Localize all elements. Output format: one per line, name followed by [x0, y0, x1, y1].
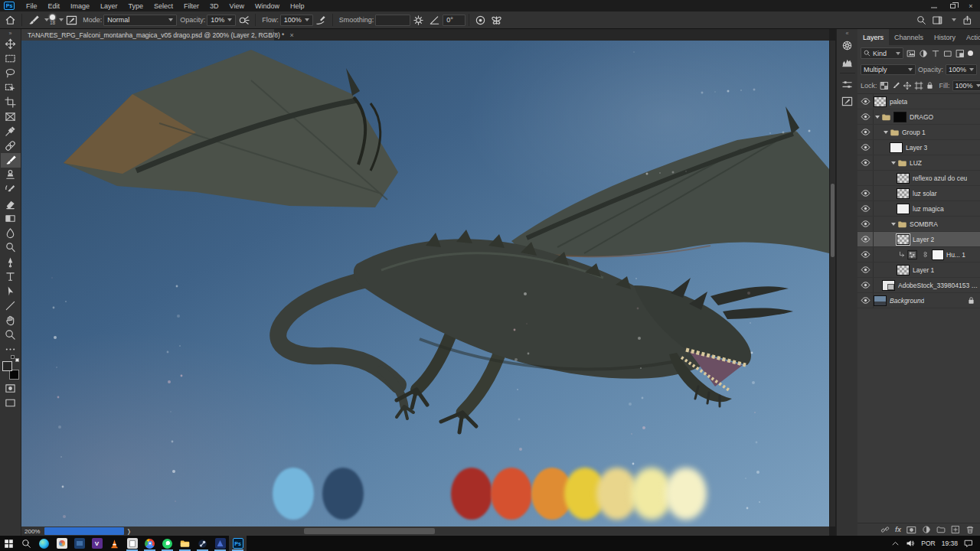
layer-name[interactable]: luz magica [913, 205, 944, 213]
volume-icon[interactable] [906, 539, 915, 548]
document-tab[interactable]: TANARES_RPG_Falconi_montanha_magica_v05 … [21, 29, 274, 41]
taskbar-photos[interactable] [53, 536, 70, 551]
filter-adjustment-layers-icon[interactable] [918, 49, 928, 58]
visibility-toggle[interactable] [858, 186, 874, 201]
visibility-toggle[interactable] [858, 125, 874, 139]
menu-help[interactable]: Help [285, 0, 310, 11]
expand-chevron-icon[interactable] [891, 223, 896, 226]
layer-filter-select[interactable]: Kind [861, 47, 903, 59]
brush-tip-picker[interactable]: 18 [50, 15, 55, 26]
link-layers-icon[interactable] [880, 525, 890, 534]
filter-type-layers-icon[interactable] [930, 49, 940, 58]
layer-name[interactable]: Group 1 [902, 129, 926, 136]
language-indicator[interactable]: POR [921, 540, 935, 547]
home-icon[interactable] [2, 11, 18, 28]
taskbar-documents-app[interactable] [123, 536, 141, 551]
minimize-button[interactable] [925, 0, 943, 11]
tool-hand[interactable] [1, 313, 21, 328]
tool-lasso[interactable] [1, 66, 21, 80]
layer-thumbnail[interactable] [893, 112, 906, 122]
menu-3d[interactable]: 3D [204, 0, 224, 11]
collapse-tools-icon[interactable]: » [9, 29, 12, 37]
layer-opacity-field[interactable]: 100% [946, 64, 977, 75]
panel-tab-actions[interactable]: Actions [961, 29, 980, 45]
menu-window[interactable]: Window [250, 0, 285, 11]
layer-name[interactable]: luz solar [913, 190, 937, 197]
color-panel-icon[interactable] [838, 37, 858, 54]
lock-pixels-icon[interactable] [891, 81, 900, 90]
visibility-toggle[interactable] [858, 155, 874, 170]
panel-tab-channels[interactable]: Channels [889, 29, 929, 45]
new-layer-icon[interactable] [951, 525, 960, 534]
expand-dock-icon[interactable]: « [846, 29, 849, 37]
layer-row-layer-1[interactable]: Layer 1 [858, 262, 980, 278]
add-mask-icon[interactable] [906, 525, 916, 535]
menu-image[interactable]: Image [65, 0, 95, 11]
layer-thumbnail[interactable] [897, 265, 910, 276]
filter-smart-objects-icon[interactable] [955, 49, 965, 58]
symmetry-icon[interactable] [488, 11, 505, 28]
taskbar-photoshop[interactable]: Ps [229, 536, 247, 551]
layer-row-luz-magica[interactable]: luz magica [858, 201, 980, 217]
taskbar-edge[interactable] [35, 536, 53, 551]
layer-mask-thumbnail[interactable] [932, 249, 944, 260]
search-icon[interactable] [916, 15, 926, 25]
layer-name[interactable]: Layer 2 [913, 236, 934, 243]
layer-name[interactable]: Background [890, 297, 924, 305]
tool-frame[interactable] [1, 109, 21, 124]
menu-layer[interactable]: Layer [95, 0, 123, 11]
taskbar-start[interactable] [0, 536, 18, 551]
expand-chevron-icon[interactable] [884, 131, 888, 134]
layer-row-group-1[interactable]: Group 1 [858, 125, 980, 140]
visibility-toggle[interactable] [858, 278, 874, 292]
taskbar-vlc[interactable] [106, 536, 123, 551]
tool-eraser[interactable] [1, 197, 21, 211]
close-tab-icon[interactable]: × [289, 31, 293, 39]
visibility-toggle[interactable] [858, 217, 874, 231]
expand-chevron-icon[interactable] [891, 161, 896, 165]
layer-thumbnail[interactable] [882, 280, 895, 291]
taskbar-media-player[interactable] [70, 536, 88, 551]
menu-select[interactable]: Select [149, 0, 178, 11]
layer-name[interactable]: Layer 1 [913, 266, 934, 274]
tool-rectangular-marquee[interactable] [1, 51, 21, 66]
vertical-scrollbar[interactable] [830, 41, 835, 527]
layer-row-drago[interactable]: DRAGO [858, 109, 980, 125]
menu-file[interactable]: File [21, 0, 43, 11]
layer-thumbnail[interactable] [890, 142, 903, 153]
status-info-field[interactable] [44, 527, 124, 535]
visibility-toggle[interactable] [858, 109, 874, 124]
layer-row-layer-3[interactable]: Layer 3 [858, 140, 980, 155]
canvas[interactable] [21, 41, 829, 527]
visibility-toggle[interactable] [858, 171, 874, 185]
delete-layer-icon[interactable] [965, 525, 975, 534]
tool-move[interactable] [1, 37, 21, 51]
menu-filter[interactable]: Filter [178, 0, 204, 11]
layer-thumbnail[interactable] [897, 234, 910, 245]
layer-thumbnail[interactable] [874, 295, 887, 306]
default-colors-icon[interactable] [11, 355, 19, 360]
pressure-opacity-icon[interactable] [236, 11, 252, 28]
vertical-scrollbar-thumb[interactable] [831, 184, 835, 257]
tool-object-selection[interactable] [1, 80, 21, 95]
layer-row-layer-2[interactable]: Layer 2 [858, 232, 980, 247]
menu-type[interactable]: Type [123, 0, 149, 11]
brush-settings-panel-icon[interactable] [838, 93, 858, 109]
layer-thumbnail[interactable] [897, 188, 910, 199]
share-icon[interactable] [962, 15, 972, 25]
layer-blend-mode-select[interactable]: Multiply [861, 64, 916, 75]
close-button[interactable]: × [962, 0, 980, 11]
visibility-toggle[interactable] [858, 201, 874, 216]
adjustments-panel-icon[interactable] [838, 76, 858, 93]
layer-name[interactable]: paleta [890, 98, 907, 106]
lock-all-icon[interactable] [926, 81, 934, 90]
layer-row-luz-solar[interactable]: luz solar [858, 186, 980, 201]
flow-field[interactable]: 100% [280, 15, 313, 26]
layer-style-fx-icon[interactable]: fx [895, 526, 901, 533]
status-expand-icon[interactable]: ❭ [126, 528, 132, 535]
visibility-toggle[interactable] [858, 247, 874, 262]
brush-preset-icon[interactable] [25, 11, 41, 28]
airbrush-toggle-icon[interactable] [313, 11, 329, 28]
workspace-switcher-icon[interactable] [933, 15, 942, 25]
foreground-color-swatch[interactable] [2, 361, 12, 371]
